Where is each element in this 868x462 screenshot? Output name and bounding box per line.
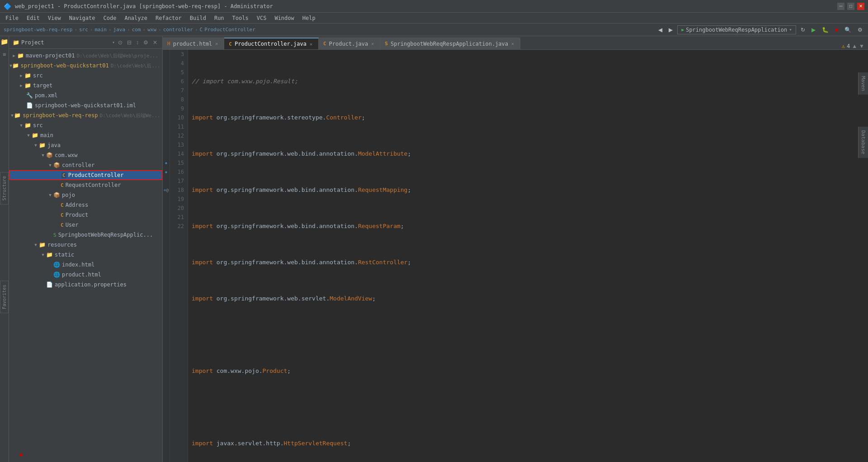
title-left: 🔷 web_project1 - ProductController.java … — [4, 3, 273, 10]
tree-item-index-html[interactable]: 🌐 index.html — [9, 260, 162, 270]
refresh-button[interactable]: ↻ — [799, 26, 807, 34]
collapse-all-button[interactable]: ⊟ — [126, 39, 133, 46]
nav-project[interactable]: springboot-web-req-resp — [4, 27, 72, 33]
tree-item-SpringbootApp[interactable]: S SpringbootWebReqRespApplic... — [9, 230, 162, 240]
tab-close-html[interactable]: ✕ — [215, 41, 218, 47]
tab-label: Product.java — [329, 41, 368, 47]
tree-item-src[interactable]: ▼ 📁 src — [9, 120, 162, 130]
scroll-up-button[interactable]: ▲ — [852, 43, 857, 49]
menu-navigate[interactable]: Navigate — [66, 14, 99, 22]
close-button[interactable]: ✕ — [857, 3, 864, 10]
menu-build[interactable]: Build — [186, 14, 210, 22]
project-title: Project — [21, 39, 110, 46]
tab-close-app[interactable]: ✕ — [511, 41, 514, 47]
item-name: User — [66, 222, 79, 228]
hide-button[interactable]: ✕ — [151, 39, 159, 46]
database-sidebar-tab[interactable]: Database — [858, 127, 868, 158]
tree-item-controller[interactable]: ▼ 📦 controller — [9, 160, 162, 170]
menu-run[interactable]: Run — [211, 14, 228, 22]
tree-item-product-html[interactable]: 🌐 product.html — [9, 270, 162, 280]
search-button[interactable]: 🔍 — [843, 26, 853, 34]
tree-item-resources[interactable]: ▼ 📁 resources — [9, 240, 162, 250]
ln-22: 22 — [172, 222, 184, 231]
settings-proj-button[interactable]: ⚙ — [142, 39, 150, 46]
nav-com[interactable]: com — [132, 27, 141, 33]
stop-console-button[interactable]: ■ — [15, 449, 26, 460]
tree-item-quickstart[interactable]: ▼ 📁 springboot-web-quickstart01 D:\code\… — [9, 61, 162, 71]
menu-refactor[interactable]: Refactor — [152, 14, 185, 22]
tab-label: ProductController.java — [235, 41, 307, 47]
code-content[interactable]: // import com.wxw.pojo.Result; import or… — [188, 50, 868, 462]
gutter-3 — [163, 50, 170, 59]
code-line-9: import org.springframework.web.servlet.M… — [192, 294, 864, 303]
tree-item-User[interactable]: C User — [9, 220, 162, 230]
tree-item-iml[interactable]: 📄 springboot-web-quickstart01.iml — [9, 100, 162, 110]
maximize-button[interactable]: □ — [847, 3, 854, 10]
menu-view[interactable]: View — [44, 14, 65, 22]
menu-help[interactable]: Help — [299, 14, 319, 22]
code-line-3: // import com.wxw.pojo.Result; — [192, 77, 864, 86]
tree-item-ProductController[interactable]: C ProductController — [9, 170, 162, 180]
tree-item-target[interactable]: ▶ 📁 target — [9, 81, 162, 90]
project-dropdown[interactable]: ▾ — [112, 40, 115, 45]
tab-ProductController[interactable]: C ProductController.java ✕ — [224, 38, 319, 49]
tree-item-static[interactable]: ▼ 📁 static — [9, 250, 162, 260]
nav-controller[interactable]: controller — [163, 27, 193, 33]
tab-SpringbootApp[interactable]: S SpringbootWebReqRespApplication.java ✕ — [380, 38, 520, 49]
locate-button[interactable]: ⊙ — [117, 39, 124, 46]
nav-class[interactable]: ProductController — [204, 27, 255, 33]
nav-forward-button[interactable]: ▶ — [667, 26, 675, 34]
menu-code[interactable]: Code — [100, 14, 120, 22]
tree-item-java[interactable]: ▼ 📁 java — [9, 140, 162, 150]
nav-main[interactable]: main — [94, 27, 107, 33]
structure-icon-tab[interactable]: ≡ — [1, 51, 8, 58]
nav-wxw[interactable]: wxw — [147, 27, 156, 33]
code-editor[interactable]: ◆ ◆ ⊕ @ 3 4 5 6 7 — [163, 50, 868, 462]
tree-item-app-props[interactable]: 📄 application.properties — [9, 280, 162, 290]
tab-Product[interactable]: C Product.java ✕ — [319, 38, 380, 49]
menu-file[interactable]: File — [2, 14, 22, 22]
menu-analyze[interactable]: Analyze — [121, 14, 151, 22]
stop-button[interactable]: ■ — [833, 26, 840, 34]
scroll-down-button[interactable]: ▼ — [859, 43, 864, 49]
nav-src[interactable]: src — [79, 27, 88, 33]
pom-icon: 🔧 — [26, 92, 33, 99]
settings-button[interactable]: ⚙ — [856, 26, 864, 34]
maven-sidebar-tab[interactable]: Maven — [858, 72, 868, 95]
tree-item-pojo[interactable]: ▼ 📦 pojo — [9, 190, 162, 200]
menu-edit[interactable]: Edit — [23, 14, 43, 22]
sort-button[interactable]: ↕ — [135, 39, 140, 46]
arrow-icon: ▼ — [47, 163, 53, 167]
tab-java-icon: C — [229, 41, 232, 47]
tree-item-maven-project01[interactable]: ▶ 📁 maven-project01 D:\code\Web\后端Web\pr… — [9, 51, 162, 61]
menu-window[interactable]: Window — [271, 14, 297, 22]
menu-tools[interactable]: Tools — [229, 14, 252, 22]
tree-item-Address[interactable]: C Address — [9, 200, 162, 210]
tree-item-req-resp[interactable]: ▼ 📁 springboot-web-req-resp D:\code\Web\… — [9, 110, 162, 120]
window-controls[interactable]: ─ □ ✕ — [837, 3, 864, 10]
package-icon: 📦 — [53, 162, 60, 168]
minimize-button[interactable]: ─ — [837, 3, 844, 10]
run-config-selector[interactable]: ▶ SpringbootWebReqRespApplication ▾ — [677, 25, 796, 34]
item-path: D:\code\Web\后... — [111, 62, 160, 69]
run-button[interactable]: ▶ — [810, 26, 817, 34]
nav-back-button[interactable]: ◀ — [656, 26, 664, 34]
tree-item-pom-q[interactable]: 🔧 pom.xml — [9, 90, 162, 100]
tree-item-src-q[interactable]: ▶ 📁 src — [9, 71, 162, 81]
tab-product-html[interactable]: H product.html ✕ — [163, 38, 224, 49]
folder-icon: 📁 — [39, 242, 46, 248]
item-name: com.wxw — [55, 152, 78, 158]
menu-vcs[interactable]: VCS — [253, 14, 270, 22]
tree-item-com-wxw[interactable]: ▼ 📦 com.wxw — [9, 150, 162, 160]
tree-item-Product[interactable]: C Product — [9, 210, 162, 220]
nav-java[interactable]: java — [113, 27, 126, 33]
favorites-vertical-tab[interactable]: Favorites — [0, 281, 9, 313]
structure-vertical-tab[interactable]: Structure — [0, 172, 9, 205]
left-vertical-tabs-2: Favorites — [0, 281, 9, 313]
tab-close-product[interactable]: ✕ — [309, 41, 313, 47]
project-icon[interactable]: 📁 — [1, 38, 8, 45]
tree-item-RequestController[interactable]: C RequestController — [9, 180, 162, 190]
tab-close-product-java[interactable]: ✕ — [371, 41, 374, 47]
debug-button[interactable]: 🐛 — [820, 26, 830, 34]
tree-item-main[interactable]: ▼ 📁 main — [9, 130, 162, 140]
